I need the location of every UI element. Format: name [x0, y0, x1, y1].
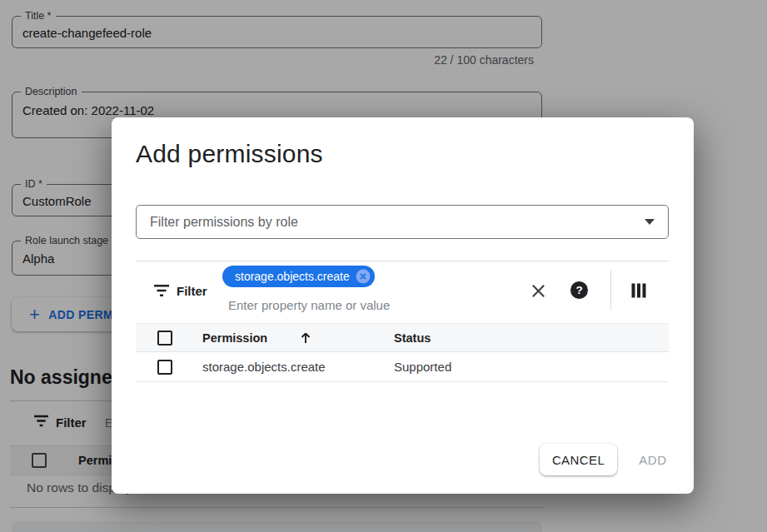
row-checkbox[interactable]	[157, 360, 172, 375]
dialog-filter-label: Filter	[177, 284, 207, 298]
dialog-table-header: Permission Status	[136, 323, 669, 352]
filter-value-input[interactable]	[228, 296, 478, 313]
table-row[interactable]: storage.objects.create Supported	[136, 352, 669, 382]
filter-permissions-by-role-select[interactable]: Filter permissions by role	[136, 205, 669, 239]
filter-icon	[153, 284, 170, 301]
dialog-title: Add permissions	[136, 140, 323, 168]
chevron-down-icon	[645, 219, 655, 225]
role-select-placeholder: Filter permissions by role	[150, 215, 298, 230]
add-permissions-dialog: Add permissions Filter permissions by ro…	[112, 117, 694, 494]
screen: Title * create-changefeed-role 22 / 100 …	[0, 0, 767, 532]
filter-chip-text: storage.objects.create	[235, 270, 350, 283]
sort-ascending-icon[interactable]	[299, 331, 312, 348]
row-status-cell: Supported	[394, 352, 451, 381]
filter-chip[interactable]: storage.objects.create	[222, 266, 375, 287]
status-column-header: Status	[394, 324, 431, 352]
chip-remove-icon[interactable]	[356, 269, 371, 284]
column-display-options-icon[interactable]	[631, 283, 646, 298]
divider	[136, 261, 669, 261]
row-permission-cell: storage.objects.create	[202, 352, 326, 381]
clear-filters-icon[interactable]	[528, 281, 548, 301]
permission-column-header[interactable]: Permission	[202, 324, 267, 352]
cancel-button[interactable]: CANCEL	[540, 444, 617, 475]
vertical-divider	[610, 271, 611, 311]
select-all-checkbox[interactable]	[157, 331, 172, 346]
help-icon[interactable]: ?	[570, 281, 588, 299]
add-button[interactable]: ADD	[628, 444, 678, 475]
